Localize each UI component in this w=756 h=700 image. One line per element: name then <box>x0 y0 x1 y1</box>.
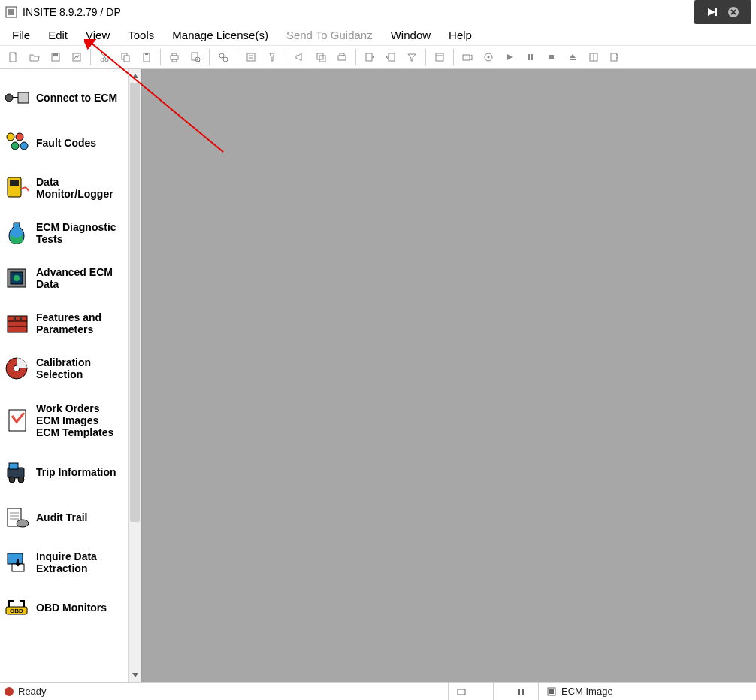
svg-rect-61 <box>8 316 27 332</box>
sidebar-item-trip-info[interactable]: Trip Information <box>0 450 128 495</box>
status-seg-ecm-image: ECM Image <box>538 683 756 700</box>
sidebar-item-label: Features and Parameters <box>36 311 125 335</box>
connect-ecm-icon <box>3 83 33 113</box>
svg-point-55 <box>20 142 28 150</box>
title-flag-icon[interactable] <box>702 3 723 21</box>
svg-rect-20 <box>192 53 198 60</box>
status-ready-label: Ready <box>18 686 47 697</box>
export-icon[interactable] <box>359 47 380 67</box>
sidebar-scrollbar[interactable] <box>128 69 141 682</box>
overlay-icon[interactable] <box>310 47 331 67</box>
scroll-down-icon[interactable] <box>129 668 141 682</box>
status-seg-1 <box>448 683 493 700</box>
speaker-icon[interactable] <box>289 47 310 67</box>
sidebar-item-audit-trail[interactable]: Audit Trail <box>0 495 128 540</box>
svg-line-22 <box>199 61 201 62</box>
sidebar-item-connect-ecm[interactable]: Connect to ECM <box>0 75 128 120</box>
sidebar-item-calibration[interactable]: Calibration Selection <box>0 346 128 391</box>
app-title: INSITE 8.9.2.79 / DP <box>23 6 121 18</box>
svg-text:OBD: OBD <box>10 608 23 614</box>
menu-view[interactable]: View <box>77 26 119 44</box>
stop-icon[interactable] <box>541 47 562 67</box>
sidebar-item-label: Data Monitor/Logger <box>36 176 125 200</box>
statusbar: Ready ECM Image <box>0 682 756 700</box>
svg-rect-72 <box>9 463 18 469</box>
features-params-icon <box>3 308 33 338</box>
edit-icon[interactable] <box>604 47 625 67</box>
camera-icon[interactable] <box>457 47 478 67</box>
svg-rect-32 <box>340 53 344 56</box>
save-graph-icon[interactable] <box>66 47 87 67</box>
menu-tools[interactable]: Tools <box>119 26 163 44</box>
svg-rect-78 <box>8 553 23 564</box>
svg-point-52 <box>7 133 14 141</box>
open-doc-icon[interactable] <box>24 47 45 67</box>
ecm-image-icon <box>546 686 557 697</box>
menu-window[interactable]: Window <box>382 26 440 44</box>
svg-rect-45 <box>570 59 576 60</box>
scroll-up-icon[interactable] <box>129 69 141 83</box>
svg-marker-40 <box>507 54 513 60</box>
close-icon[interactable] <box>723 3 744 21</box>
scroll-thumb[interactable] <box>130 83 140 522</box>
sidebar-item-fault-codes[interactable]: Fault Codes <box>0 120 128 165</box>
status-mini-icon-1 <box>456 686 467 697</box>
status-ready: Ready <box>0 686 51 697</box>
print-icon[interactable] <box>164 47 185 67</box>
menu-file[interactable]: File <box>3 26 39 44</box>
sidebar-item-data-monitor[interactable]: Data Monitor/Logger <box>0 165 128 211</box>
workspace: Connect to ECM Fault Codes Data Monitor/… <box>0 69 756 682</box>
new-doc-icon[interactable] <box>3 47 24 67</box>
svg-point-70 <box>9 477 15 483</box>
svg-marker-82 <box>132 74 138 78</box>
svg-point-77 <box>17 520 29 527</box>
import-icon[interactable] <box>380 47 401 67</box>
svg-rect-19 <box>172 59 177 62</box>
save-icon[interactable] <box>45 47 66 67</box>
eject-icon[interactable] <box>562 47 583 67</box>
advanced-ecm-icon <box>3 263 33 293</box>
trip-info-icon <box>3 457 33 487</box>
svg-point-53 <box>16 133 23 141</box>
paste-icon[interactable] <box>136 47 157 67</box>
menu-help[interactable]: Help <box>440 26 481 44</box>
filter-icon[interactable] <box>401 47 422 67</box>
sidebar-item-work-orders[interactable]: Work Orders ECM Images ECM Templates <box>0 391 128 450</box>
svg-rect-33 <box>366 53 372 61</box>
svg-rect-1 <box>8 9 14 15</box>
layout-icon[interactable] <box>583 47 604 67</box>
sidebar-item-advanced-ecm[interactable]: Advanced ECM Data <box>0 256 128 301</box>
svg-point-12 <box>105 59 108 62</box>
printer2-icon[interactable] <box>331 47 352 67</box>
svg-rect-86 <box>522 689 524 695</box>
menu-manage-licenses[interactable]: Manage License(s) <box>163 26 277 44</box>
menu-edit[interactable]: Edit <box>39 26 77 44</box>
svg-point-60 <box>14 275 20 281</box>
inquire-data-icon <box>3 547 33 577</box>
status-ecm-image-label: ECM Image <box>561 686 613 697</box>
svg-rect-42 <box>531 54 533 60</box>
sidebar-item-features-params[interactable]: Features and Parameters <box>0 301 128 346</box>
sidebar-item-inquire-data[interactable]: Inquire Data Extraction <box>0 540 128 585</box>
svg-point-11 <box>101 59 104 62</box>
work-orders-icon <box>3 405 33 435</box>
find-icon[interactable] <box>213 47 234 67</box>
scroll-track[interactable] <box>129 83 141 668</box>
copy-icon[interactable] <box>115 47 136 67</box>
flashlight-icon[interactable] <box>262 47 283 67</box>
pause-icon[interactable] <box>520 47 541 67</box>
sidebar-item-label: Calibration Selection <box>36 356 125 380</box>
disc-icon[interactable] <box>478 47 499 67</box>
sidebar-item-diagnostic-tests[interactable]: ECM Diagnostic Tests <box>0 211 128 256</box>
titlebar: INSITE 8.9.2.79 / DP <box>0 0 756 24</box>
play-icon[interactable] <box>499 47 520 67</box>
menu-send-to-guidanz[interactable]: Send To Guidanz <box>277 26 382 44</box>
notes-icon[interactable] <box>240 47 262 67</box>
print-preview-icon[interactable] <box>185 47 206 67</box>
window-icon[interactable] <box>429 47 450 67</box>
cut-icon[interactable] <box>94 47 115 67</box>
sidebar-item-obd-monitors[interactable]: OBD OBD Monitors <box>0 585 128 630</box>
svg-rect-57 <box>10 180 19 186</box>
svg-rect-31 <box>338 56 346 60</box>
svg-rect-17 <box>171 56 178 59</box>
